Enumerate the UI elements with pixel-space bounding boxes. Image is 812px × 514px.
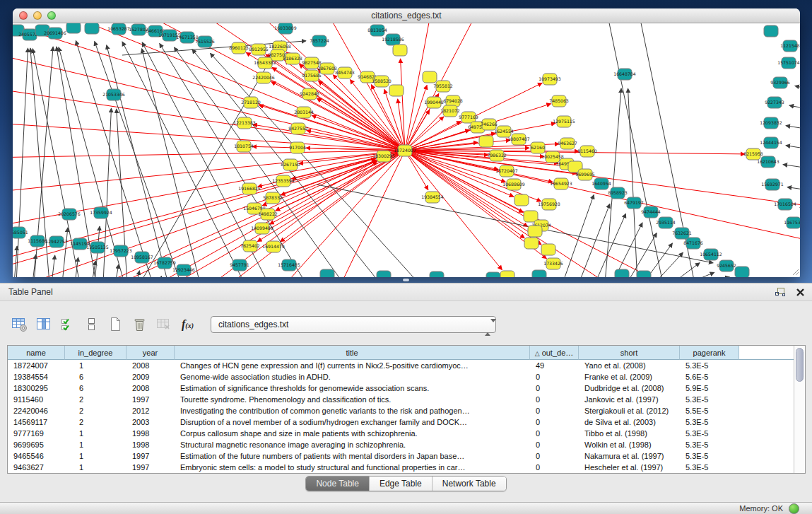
graph-node[interactable]: 12942757 (45, 236, 68, 247)
table-row[interactable]: 977716911998Corpus callosum shape and si… (8, 428, 794, 439)
graph-node[interactable] (430, 271, 444, 277)
graph-node[interactable]: 9175685 (302, 70, 322, 81)
graph-node[interactable]: 8960123 (229, 42, 249, 54)
graph-node[interactable]: 1588520 (372, 76, 392, 87)
graph-node[interactable]: 8186328 (283, 53, 302, 64)
graph-node[interactable]: 8427552 (288, 123, 308, 134)
graph-node[interactable]: 12093832 (760, 117, 782, 129)
graph-node[interactable]: 12213383 (233, 117, 256, 129)
table-row[interactable]: 969969511998Structural magnetic resonanc… (8, 439, 794, 450)
network-canvas[interactable]: 2405572420691406106532871527802846616010… (13, 23, 800, 277)
graph-node[interactable]: 20206576 (58, 209, 81, 220)
column-header-out_de[interactable]: △out_de… (530, 346, 579, 360)
graph-node[interactable]: 9457791 (230, 259, 249, 271)
graph-node[interactable] (541, 244, 555, 255)
graph-node[interactable]: 9245652 (717, 260, 736, 271)
destroy-table-button[interactable] (154, 315, 173, 334)
graph-node[interactable]: 1498222 (258, 209, 278, 220)
graph-node[interactable]: 9115460 (577, 146, 597, 157)
manage-columns-button[interactable] (34, 315, 53, 334)
graph-node[interactable] (389, 85, 404, 96)
graph-node[interactable]: 7986322 (487, 150, 507, 161)
graph-node[interactable]: 2803144 (294, 107, 314, 118)
table-selector-dropdown[interactable]: citations_edges.txt (211, 316, 496, 333)
window-titlebar[interactable]: citations_edges.txt (13, 8, 800, 23)
graph-node[interactable]: 62160 (531, 142, 545, 153)
graph-node[interactable] (524, 238, 539, 249)
tab-edge-table[interactable]: Edge Table (370, 477, 433, 491)
table-row[interactable]: 1938455462009Genome-wide association stu… (8, 371, 794, 382)
graph-node[interactable]: 8267150 (281, 159, 300, 170)
graph-node[interactable]: 16648784 (613, 69, 636, 80)
graph-node[interactable]: 8454743 (335, 67, 355, 78)
graph-node[interactable]: 9699695 (575, 169, 595, 180)
graph-node[interactable]: 12353594 (272, 175, 295, 187)
graph-node[interactable]: 6479197 (624, 197, 644, 209)
graph-node[interactable] (85, 23, 99, 34)
table-row[interactable]: 1456911722003Disruption of a novel membe… (8, 416, 794, 428)
graph-node[interactable]: 8912955 (249, 44, 269, 55)
tab-node-table[interactable]: Node Table (306, 477, 370, 491)
graph-node[interactable]: 8471676 (683, 238, 703, 249)
graph-node[interactable]: 7625402 (240, 240, 260, 252)
graph-node[interactable]: 917004 (289, 142, 306, 153)
graph-node[interactable] (377, 271, 391, 277)
tab-network-table[interactable]: Network Table (433, 477, 506, 491)
table-row[interactable]: 946362711997Embryonic stem cells: a mode… (8, 462, 794, 473)
scrollbar-thumb[interactable] (796, 348, 804, 382)
graph-node[interactable]: 21053346 (102, 89, 125, 100)
graph-node[interactable]: 12975115 (553, 116, 575, 127)
float-panel-button[interactable] (772, 286, 788, 298)
vertical-scrollbar[interactable] (794, 346, 805, 473)
graph-node[interactable]: 10654112 (700, 249, 722, 260)
panel-divider-handle[interactable] (403, 279, 409, 281)
minimize-window-button[interactable] (33, 11, 42, 20)
graph-node[interactable]: 17957223 (110, 245, 132, 257)
column-header-pagerank[interactable]: pagerank (680, 346, 739, 360)
table-row[interactable]: 911546021997Tourette syndrome. Phenomeno… (8, 394, 794, 405)
graph-node[interactable]: 16033809 (274, 23, 297, 34)
graph-node[interactable]: 1167533 (784, 217, 800, 228)
graph-node[interactable]: 1821072 (440, 105, 460, 117)
column-header-title[interactable]: title (175, 346, 530, 360)
graph-node[interactable] (615, 269, 629, 277)
graph-node[interactable]: 12444154 (760, 137, 782, 148)
new-table-button[interactable] (106, 315, 125, 334)
graph-node[interactable]: 8813054 (367, 25, 387, 36)
table-row[interactable]: 1872400712008Changes of HCN gene express… (8, 360, 794, 371)
graph-node[interactable]: 7485063 (549, 95, 569, 107)
table-settings-button[interactable] (10, 315, 29, 334)
graph-node[interactable] (66, 23, 81, 33)
graph-node[interactable] (320, 269, 334, 277)
graph-node[interactable]: 9227343 (765, 97, 784, 108)
graph-node[interactable]: 1624554 (494, 126, 514, 137)
select-rows-button[interactable] (58, 315, 77, 334)
column-header-in_degree[interactable]: in_degree (65, 346, 126, 360)
graph-node[interactable] (393, 45, 407, 56)
row-height-button[interactable] (82, 315, 101, 334)
graph-node[interactable]: 1640954 (592, 178, 611, 189)
graph-node[interactable]: 1121548 (780, 40, 800, 52)
graph-node[interactable] (764, 25, 778, 37)
graph-node[interactable] (528, 226, 542, 237)
graph-node[interactable]: 7857224 (310, 35, 329, 47)
graph-node[interactable]: 9329966 (770, 77, 790, 88)
zoom-window-button[interactable] (47, 11, 56, 20)
table-row[interactable]: 1830029562008Estimation of significance … (8, 382, 794, 394)
graph-node[interactable]: 2718120 (241, 97, 261, 108)
graph-node[interactable]: 17359924 (90, 207, 112, 218)
column-header-year[interactable]: year (126, 346, 175, 360)
graph-node[interactable] (500, 271, 514, 277)
graph-node[interactable]: 9242848 (300, 88, 319, 100)
graph-node[interactable] (532, 270, 546, 277)
graph-node[interactable]: 15692971 (761, 179, 784, 190)
graph-node[interactable]: 1990448 (424, 97, 444, 108)
column-header-name[interactable]: name (8, 346, 65, 360)
close-panel-button[interactable] (792, 286, 808, 298)
graph-node[interactable]: 9463627 (558, 138, 577, 149)
graph-node[interactable]: 19384554 (421, 192, 444, 203)
graph-node[interactable]: 19756928 (538, 199, 560, 210)
graph-node[interactable] (735, 267, 749, 277)
graph-node[interactable] (514, 194, 529, 206)
graph-node[interactable]: 8215958 (743, 148, 763, 160)
